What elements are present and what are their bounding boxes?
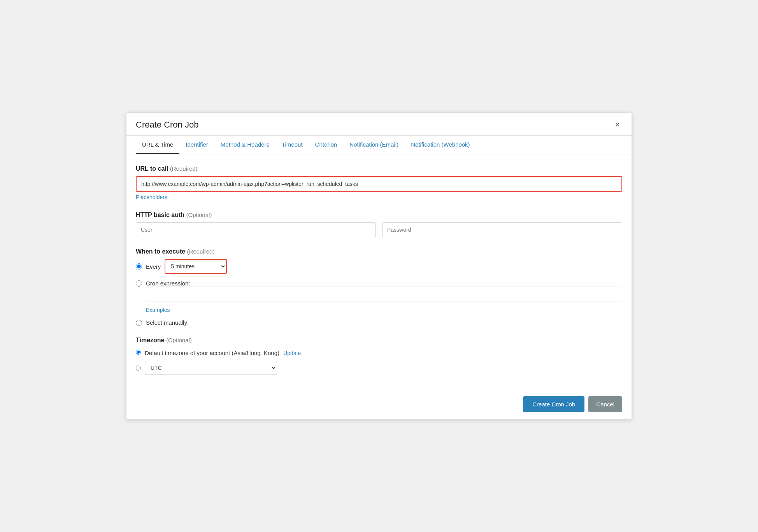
timezone-utc-row: UTC America/New_York America/Los_Angeles…	[136, 361, 622, 375]
auth-inputs-row	[136, 222, 622, 237]
auth-optional: (Optional)	[186, 212, 212, 218]
tab-method-headers[interactable]: Method & Headers	[214, 136, 275, 154]
url-required: (Required)	[170, 165, 198, 172]
execute-manual-radio[interactable]	[136, 320, 142, 326]
url-input[interactable]	[136, 176, 622, 192]
execute-manual-row: Select manually:	[136, 319, 622, 326]
tab-notification-email[interactable]: Notification (Email)	[343, 136, 405, 154]
execute-label: When to execute (Required)	[136, 248, 622, 255]
timezone-section: Timezone (Optional) Default timezone of …	[136, 337, 622, 375]
tab-url-time[interactable]: URL & Time	[136, 136, 179, 154]
auth-password-input[interactable]	[382, 222, 622, 237]
timezone-select[interactable]: UTC America/New_York America/Los_Angeles…	[145, 361, 277, 375]
url-label: URL to call (Required)	[136, 165, 622, 172]
tab-notification-webhook[interactable]: Notification (Webhook)	[405, 136, 476, 154]
close-button[interactable]: ×	[612, 120, 622, 130]
dialog-footer: Create Cron Job Cancel	[126, 389, 632, 419]
tab-criterion[interactable]: Criterion	[309, 136, 344, 154]
tabs-container: URL & Time Identifier Method & Headers T…	[126, 136, 632, 154]
execute-every-label: Every	[146, 263, 161, 270]
create-cron-job-button[interactable]: Create Cron Job	[523, 396, 584, 412]
examples-link[interactable]: Examples	[146, 307, 622, 313]
timezone-label: Timezone (Optional)	[136, 337, 622, 344]
timezone-utc-radio[interactable]	[136, 366, 141, 371]
auth-section: HTTP basic auth (Optional)	[136, 212, 622, 237]
frequency-select[interactable]: 5 minutes 10 minutes 15 minutes 30 minut…	[165, 259, 227, 274]
cron-expression-input[interactable]	[146, 287, 622, 301]
dialog-header: Create Cron Job ×	[126, 113, 632, 136]
execute-section: When to execute (Required) Every 5 minut…	[136, 248, 622, 326]
execute-cron-radio[interactable]	[136, 280, 142, 287]
cron-input-section: Examples	[146, 287, 622, 313]
tab-timeout[interactable]: Timeout	[275, 136, 309, 154]
execute-cron-label: Cron expression:	[146, 280, 190, 287]
execute-manual-label: Select manually:	[146, 319, 189, 326]
timezone-default-row: Default timezone of your account (Asia/H…	[136, 348, 622, 356]
placeholders-link[interactable]: Placeholders	[136, 194, 167, 200]
dialog-body: URL to call (Required) Placeholders HTTP…	[126, 154, 632, 389]
cancel-button[interactable]: Cancel	[588, 396, 622, 412]
timezone-default-radio[interactable]	[136, 350, 141, 355]
auth-label: HTTP basic auth (Optional)	[136, 212, 622, 219]
create-cron-job-dialog: Create Cron Job × URL & Time Identifier …	[126, 112, 632, 420]
tab-identifier[interactable]: Identifier	[179, 136, 214, 154]
url-section: URL to call (Required) Placeholders	[136, 165, 622, 201]
timezone-optional: (Optional)	[166, 337, 192, 343]
timezone-update-link[interactable]: Update	[283, 350, 301, 356]
execute-cron-section: Cron expression: Examples	[136, 280, 622, 313]
auth-user-input[interactable]	[136, 222, 376, 237]
execute-every-radio[interactable]	[136, 263, 142, 270]
dialog-title: Create Cron Job	[136, 120, 198, 130]
execute-options: Every 5 minutes 10 minutes 15 minutes 30…	[136, 259, 622, 326]
execute-required: (Required)	[187, 248, 215, 255]
timezone-default-label: Default timezone of your account (Asia/H…	[145, 348, 301, 356]
execute-every-row: Every 5 minutes 10 minutes 15 minutes 30…	[136, 259, 622, 274]
execute-cron-row: Cron expression:	[136, 280, 622, 287]
